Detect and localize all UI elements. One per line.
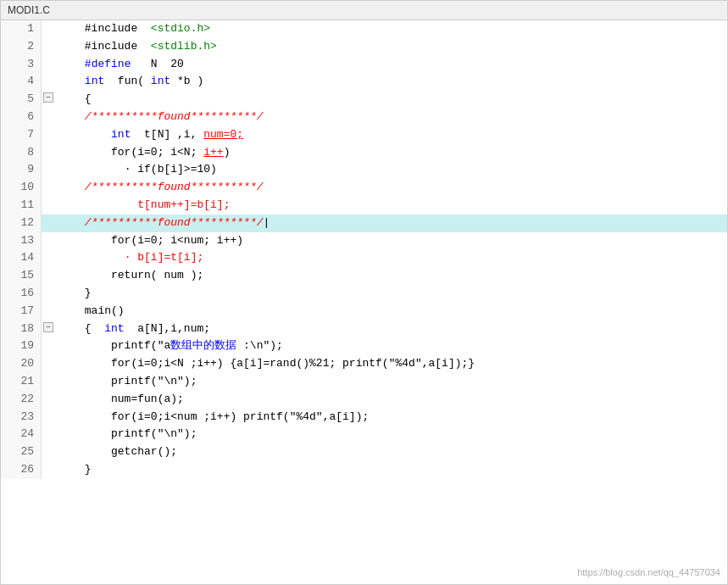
fold-indicator <box>42 126 55 144</box>
fold-indicator <box>42 249 55 267</box>
code-line: { <box>55 91 727 109</box>
table-row: 26 } <box>1 461 727 479</box>
line-number: 7 <box>1 126 42 144</box>
fold-indicator[interactable]: − <box>42 91 55 109</box>
code-line: · if(b[i]>=10) <box>55 161 727 179</box>
table-row: 1 #include <stdio.h> <box>1 20 727 38</box>
fold-indicator <box>42 409 55 426</box>
line-number: 22 <box>1 391 42 409</box>
table-row: 16 } <box>1 285 727 303</box>
line-number: 1 <box>1 20 42 38</box>
fold-indicator <box>42 179 55 197</box>
code-line: getchar(); <box>55 443 727 461</box>
line-number: 12 <box>1 214 42 232</box>
table-row: 20 for(i=0;i<N ;i++) {a[i]=rand()%21; pr… <box>1 355 727 373</box>
line-number: 8 <box>1 144 42 162</box>
line-number: 5 <box>1 91 42 109</box>
code-line: for(i=0;i<N ;i++) {a[i]=rand()%21; print… <box>55 355 727 373</box>
line-number: 11 <box>1 197 42 214</box>
table-row: 13 for(i=0; i<num; i++) <box>1 232 727 250</box>
line-number: 21 <box>1 373 42 391</box>
fold-indicator <box>42 391 55 409</box>
fold-indicator <box>42 373 55 391</box>
fold-indicator <box>42 73 55 91</box>
fold-indicator <box>42 426 55 443</box>
line-number: 6 <box>1 109 42 126</box>
line-number: 14 <box>1 249 42 267</box>
code-line: t[num++]=b[i]; <box>55 197 727 214</box>
line-number: 2 <box>1 38 42 56</box>
table-row: 25 getchar(); <box>1 443 727 461</box>
code-line: #define N 20 <box>55 56 727 74</box>
table-row: 8 for(i=0; i<N; i++) <box>1 144 727 162</box>
code-line: int fun( int *b ) <box>55 73 727 91</box>
code-line: · b[i]=t[i]; <box>55 249 727 267</box>
line-number: 25 <box>1 443 42 461</box>
line-number: 16 <box>1 285 42 303</box>
code-line: /**********found**********/ <box>55 179 727 197</box>
line-number: 18 <box>1 320 42 338</box>
table-row: 5− { <box>1 91 727 109</box>
line-number: 9 <box>1 161 42 179</box>
fold-indicator <box>42 267 55 285</box>
table-row: 15 return( num ); <box>1 267 727 285</box>
table-row: 11 t[num++]=b[i]; <box>1 197 727 214</box>
fold-indicator <box>42 197 55 214</box>
code-line: for(i=0; i<num; i++) <box>55 232 727 250</box>
code-line: printf("\n"); <box>55 373 727 391</box>
code-line: for(i=0; i<N; i++) <box>55 144 727 162</box>
fold-indicator <box>42 232 55 250</box>
fold-indicator <box>42 38 55 56</box>
line-number: 15 <box>1 267 42 285</box>
table-row: 24 printf("\n"); <box>1 426 727 443</box>
code-line: num=fun(a); <box>55 391 727 409</box>
fold-indicator <box>42 144 55 162</box>
table-row: 9 · if(b[i]>=10) <box>1 161 727 179</box>
table-row: 10 /**********found**********/ <box>1 179 727 197</box>
table-row: 6 /**********found**********/ <box>1 109 727 126</box>
code-line: main() <box>55 303 727 320</box>
watermark: https://blog.csdn.net/qq_44757034 <box>577 567 720 577</box>
code-table: 1 #include <stdio.h>2 #include <stdlib.h… <box>1 20 727 479</box>
code-area[interactable]: 1 #include <stdio.h>2 #include <stdlib.h… <box>1 20 727 584</box>
fold-indicator[interactable]: − <box>42 320 55 338</box>
code-line: { int a[N],i,num; <box>55 320 727 338</box>
table-row: 17 main() <box>1 303 727 320</box>
code-line: int t[N] ,i, num=0; <box>55 126 727 144</box>
code-line: #include <stdlib.h> <box>55 38 727 56</box>
line-number: 10 <box>1 179 42 197</box>
fold-indicator <box>42 461 55 479</box>
main-window: MODI1.C 1 #include <stdio.h>2 #include <… <box>0 0 728 585</box>
line-number: 3 <box>1 56 42 74</box>
table-row: 3 #define N 20 <box>1 56 727 74</box>
line-number: 23 <box>1 409 42 426</box>
fold-indicator <box>42 303 55 320</box>
line-number: 4 <box>1 73 42 91</box>
fold-indicator <box>42 20 55 38</box>
code-line: /**********found**********/| <box>55 214 727 232</box>
line-number: 20 <box>1 355 42 373</box>
table-row: 22 num=fun(a); <box>1 391 727 409</box>
code-line: return( num ); <box>55 267 727 285</box>
table-row: 7 int t[N] ,i, num=0; <box>1 126 727 144</box>
fold-indicator <box>42 161 55 179</box>
table-row: 4 int fun( int *b ) <box>1 73 727 91</box>
table-row: 14 · b[i]=t[i]; <box>1 249 727 267</box>
table-row: 21 printf("\n"); <box>1 373 727 391</box>
line-number: 26 <box>1 461 42 479</box>
fold-indicator <box>42 56 55 74</box>
fold-indicator <box>42 443 55 461</box>
code-line: for(i=0;i<num ;i++) printf("%4d",a[i]); <box>55 409 727 426</box>
table-row: 19 printf("a数组中的数据 :\n"); <box>1 337 727 355</box>
line-number: 13 <box>1 232 42 250</box>
table-row: 18− { int a[N],i,num; <box>1 320 727 338</box>
line-number: 17 <box>1 303 42 320</box>
file-title: MODI1.C <box>8 4 50 16</box>
line-number: 19 <box>1 337 42 355</box>
fold-indicator <box>42 214 55 232</box>
table-row: 2 #include <stdlib.h> <box>1 38 727 56</box>
code-line: /**********found**********/ <box>55 109 727 126</box>
fold-indicator <box>42 109 55 126</box>
code-line: } <box>55 461 727 479</box>
title-bar: MODI1.C <box>1 1 727 20</box>
